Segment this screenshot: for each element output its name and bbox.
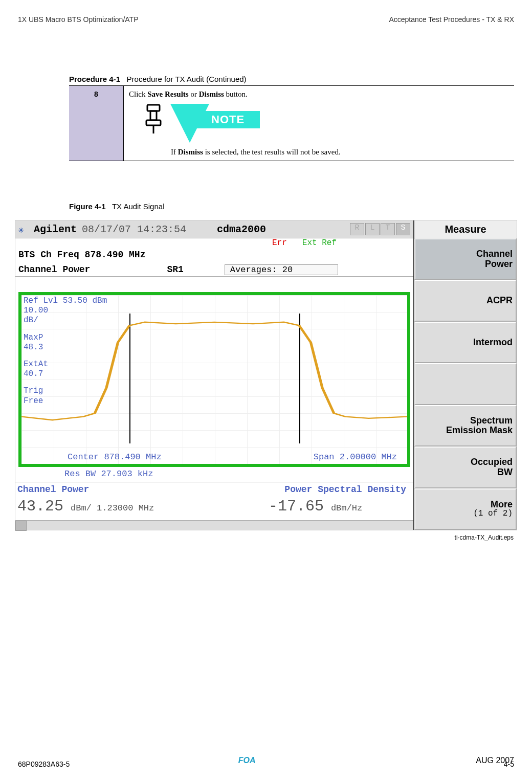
mode-label: cdma2000	[217, 224, 266, 235]
resbw-label: Res BW 27.903 kHz	[64, 469, 413, 479]
procedure-title: Procedure 4-1 Procedure for TX Audit (Co…	[69, 75, 514, 83]
menu-occupied-bw[interactable]: Occupied BW	[414, 447, 517, 488]
graph-left-labels: Ref Lvl 53.50 dBm 10.00 dB/ MaxP 48.3 Ex…	[24, 296, 107, 406]
extref-indicator: Ext Ref	[302, 238, 337, 250]
step-text: Click	[129, 90, 147, 98]
footer-date: AUG 2007	[476, 756, 514, 765]
footer-foa: FOA	[238, 756, 256, 765]
scale-unit: dB/	[24, 316, 107, 325]
center-freq-label: Center 878.490 MHz	[68, 452, 162, 462]
step-number: 8	[69, 86, 124, 161]
menu-label: Channel	[476, 249, 513, 259]
svg-rect-0	[147, 105, 160, 111]
maxp-label: MaxP	[24, 333, 107, 343]
procedure-number: Procedure 4-1	[69, 75, 120, 83]
spectrum-graph: Ref Lvl 53.50 dBm 10.00 dB/ MaxP 48.3 Ex…	[18, 292, 410, 467]
channel-power-heading: Channel Power	[17, 484, 209, 495]
menu-blank[interactable]	[414, 363, 517, 405]
figure-title: TX Audit Signal	[112, 202, 165, 211]
extat-value: 40.7	[24, 369, 107, 379]
scrollbar-left-button[interactable]	[15, 521, 27, 531]
menu-intermod[interactable]: Intermod	[414, 322, 517, 363]
channel-power-unit: dBm/ 1.23000 MHz	[71, 503, 154, 513]
psd-value: -17.65	[269, 498, 324, 515]
scale-value: 10.00	[24, 306, 107, 316]
note-label: NOTE	[196, 111, 260, 128]
menu-label: ACPR	[486, 296, 513, 306]
rlts-t: T	[381, 223, 395, 235]
err-indicator: Err	[272, 238, 287, 250]
maxp-value: 48.3	[24, 343, 107, 352]
figure-number: Figure 4-1	[69, 202, 106, 211]
psd-unit: dBm/Hz	[331, 503, 362, 513]
menu-label: Emission Mask	[446, 426, 513, 436]
step-text-or: or	[189, 90, 199, 98]
procedure-table: 8 Click Save Results or Dismiss button.	[69, 85, 514, 161]
note-bold: Dismiss	[178, 148, 203, 156]
pushpin-icon	[144, 104, 163, 135]
note-text: If Dismiss is selected, the test results…	[171, 148, 509, 157]
horizontal-scrollbar[interactable]	[15, 520, 413, 530]
measure-menu-header: Measure	[414, 220, 517, 238]
header-right: Acceptance Test Procedures - TX & RX	[389, 15, 514, 24]
svg-rect-1	[150, 111, 157, 120]
brand-label: Agilent	[34, 224, 77, 235]
averages-box: Averages: 20	[225, 264, 338, 275]
rlts-indicators: R L T S	[350, 223, 410, 235]
menu-channel-power[interactable]: Channel Power	[414, 238, 517, 280]
note-post: is selected, the test results will not b…	[203, 148, 341, 156]
extat-label: ExtAt	[24, 360, 107, 369]
menu-label: Spectrum	[470, 416, 513, 426]
menu-more[interactable]: More (1 of 2)	[414, 488, 517, 530]
analyzer-screenshot: ✳ Agilent 08/17/07 14:23:54 cdma2000 R L…	[15, 220, 517, 530]
rlts-r: R	[350, 223, 364, 235]
channel-power-title: Channel Power	[18, 264, 90, 275]
note-pre: If	[171, 148, 178, 156]
agilent-logo-icon: ✳	[18, 224, 29, 234]
save-results-label: Save Results	[147, 90, 188, 98]
sr-label: SR1	[167, 264, 183, 275]
menu-label: Occupied	[471, 457, 513, 467]
eps-filename: ti-cdma-TX_Audit.eps	[455, 534, 514, 541]
menu-acpr[interactable]: ACPR	[414, 280, 517, 321]
rlts-l: L	[365, 223, 380, 235]
span-label: Span 2.00000 MHz	[314, 452, 397, 462]
trig-label: Trig	[24, 386, 107, 396]
menu-label: More	[491, 500, 513, 510]
header-left: 1X UBS Macro BTS Optimization/ATP	[18, 15, 138, 24]
step-text-post: button.	[224, 90, 248, 98]
channel-freq-line: BTS Ch Freq 878.490 MHz	[15, 250, 413, 263]
step-body: Click Save Results or Dismiss button.	[124, 86, 515, 161]
psd-heading: Power Spectral Density	[219, 484, 411, 495]
menu-label: Intermod	[473, 338, 513, 348]
menu-label: Power	[485, 259, 513, 270]
menu-spectrum-emission-mask[interactable]: Spectrum Emission Mask	[414, 405, 517, 447]
channel-power-value: 43.25	[17, 498, 63, 515]
timestamp: 08/17/07 14:23:54	[82, 224, 186, 235]
trig-value: Free	[24, 396, 107, 406]
menu-sublabel: (1 of 2)	[473, 509, 513, 519]
dismiss-label: Dismiss	[199, 90, 224, 98]
menu-label: BW	[497, 467, 513, 478]
rlts-s: S	[396, 223, 410, 235]
figure-caption: Figure 4-1 TX Audit Signal	[69, 202, 514, 211]
procedure-title-text: Procedure for TX Audit (Continued)	[127, 75, 247, 83]
ref-level-label: Ref Lvl 53.50 dBm	[24, 296, 107, 306]
svg-rect-2	[146, 120, 161, 125]
